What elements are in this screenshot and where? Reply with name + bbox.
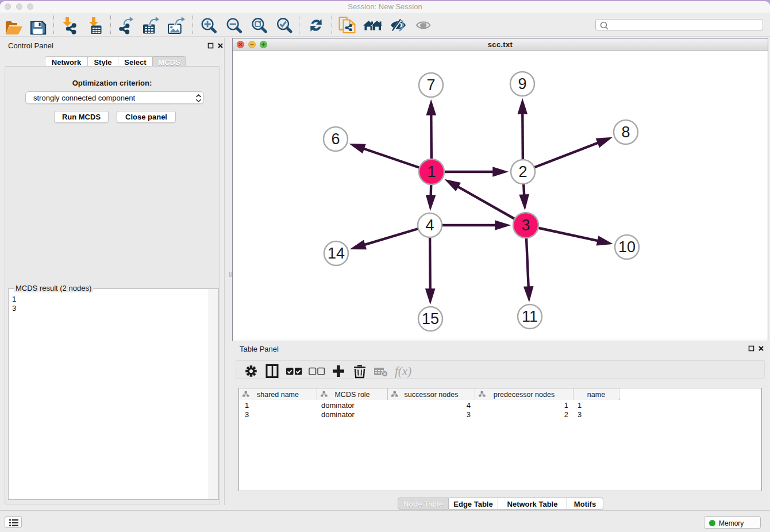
svg-text:10: 10 bbox=[618, 238, 636, 256]
svg-text:8: 8 bbox=[621, 124, 630, 141]
svg-text:6: 6 bbox=[331, 130, 340, 148]
svg-text:9: 9 bbox=[518, 75, 526, 92]
svg-text:2: 2 bbox=[518, 163, 527, 180]
svg-text:4: 4 bbox=[425, 217, 434, 234]
svg-text:11: 11 bbox=[522, 308, 538, 325]
svg-text:14: 14 bbox=[328, 245, 345, 262]
svg-text:15: 15 bbox=[422, 310, 439, 327]
svg-text:3: 3 bbox=[521, 217, 530, 234]
svg-text:7: 7 bbox=[426, 76, 435, 94]
svg-text:1: 1 bbox=[427, 163, 436, 180]
